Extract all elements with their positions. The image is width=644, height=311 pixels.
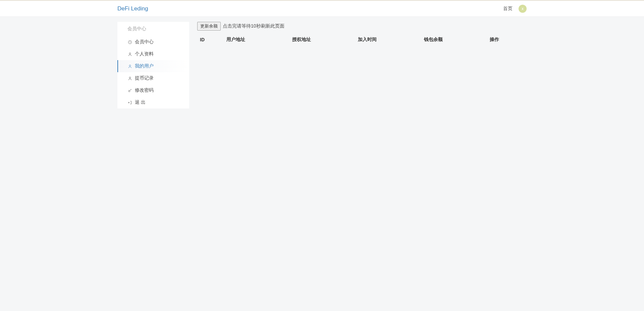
col-auth-address: 授权地址 <box>289 34 355 45</box>
col-user-address: 用户地址 <box>224 34 289 45</box>
logout-icon <box>127 100 132 105</box>
svg-point-1 <box>129 53 130 54</box>
dashboard-icon <box>127 40 132 44</box>
toolbar: 更新余额 点击完请等待10秒刷新此页面 <box>197 22 527 31</box>
sidebar-item-label: 退 出 <box>135 99 146 105</box>
brand-logo[interactable]: DeFi Leding <box>117 5 148 12</box>
user-icon <box>127 76 132 81</box>
table-header-row: ID 用户地址 授权地址 加入时间 钱包余额 操作 <box>197 34 527 45</box>
sidebar-header: 会员中心 <box>117 22 189 36</box>
sidebar-item-my-users[interactable]: 我的用户 <box>117 60 189 72</box>
key-icon <box>127 88 132 93</box>
svg-point-3 <box>129 77 130 78</box>
col-id: ID <box>197 34 224 45</box>
sidebar-item-logout[interactable]: 退 出 <box>117 96 189 108</box>
user-icon <box>127 52 132 56</box>
col-action: 操作 <box>487 34 527 45</box>
navbar: DeFi Leding 首页 x <box>0 1 644 17</box>
sidebar-item-label: 个人资料 <box>135 51 154 57</box>
refresh-balance-button[interactable]: 更新余额 <box>197 22 221 31</box>
main-content: 更新余额 点击完请等待10秒刷新此页面 ID 用户地址 授权地址 加入时间 钱包… <box>197 22 527 108</box>
users-table: ID 用户地址 授权地址 加入时间 钱包余额 操作 <box>197 34 527 45</box>
sidebar-item-change-password[interactable]: 修改密码 <box>117 84 189 96</box>
sidebar: 会员中心 会员中心 个人资料 <box>117 22 189 108</box>
svg-point-4 <box>128 90 130 91</box>
sidebar-item-member-center[interactable]: 会员中心 <box>117 36 189 48</box>
col-join-time: 加入时间 <box>355 34 421 45</box>
nav-home-link[interactable]: 首页 <box>503 6 513 12</box>
col-wallet-balance: 钱包余额 <box>421 34 487 45</box>
avatar-button[interactable]: x <box>519 5 527 13</box>
refresh-hint-text: 点击完请等待10秒刷新此页面 <box>223 23 284 29</box>
sidebar-item-profile[interactable]: 个人资料 <box>117 48 189 60</box>
sidebar-item-label: 修改密码 <box>135 87 154 93</box>
sidebar-item-withdraw-records[interactable]: 提币记录 <box>117 72 189 84</box>
sidebar-item-label: 会员中心 <box>135 39 154 45</box>
sidebar-item-label: 提币记录 <box>135 75 154 81</box>
svg-point-2 <box>129 65 130 66</box>
user-icon <box>127 64 132 69</box>
sidebar-menu: 会员中心 个人资料 我的用户 <box>117 36 189 108</box>
sidebar-item-label: 我的用户 <box>135 63 154 69</box>
